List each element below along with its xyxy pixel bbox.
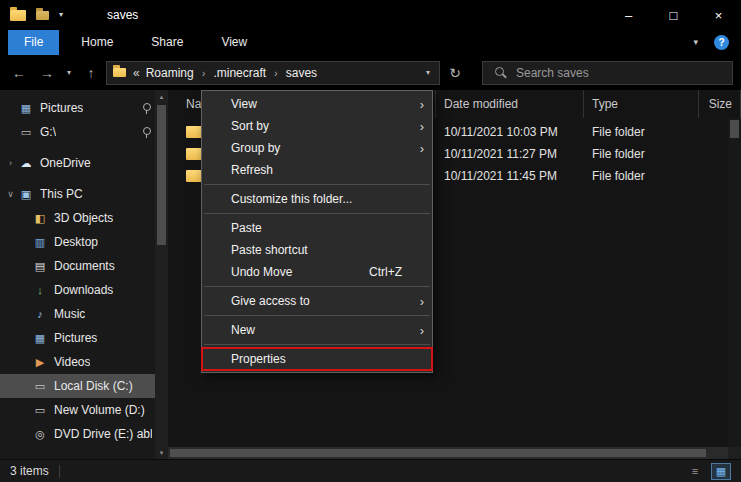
tab-home[interactable]: Home — [65, 30, 129, 55]
vertical-scrollbar[interactable] — [728, 118, 741, 447]
menu-item-undo-move[interactable]: Undo Move Ctrl+Z — [202, 261, 432, 283]
sidebar-item-label: New Volume (D:) — [54, 403, 145, 417]
breadcrumb-separator-icon[interactable]: › — [268, 67, 284, 79]
submenu-arrow-icon: › — [420, 120, 424, 133]
pin-icon — [141, 126, 152, 139]
expand-chevron-icon[interactable]: › — [4, 159, 17, 168]
file-type: File folder — [584, 125, 699, 139]
search-box[interactable]: Search saves — [482, 61, 733, 85]
address-box[interactable]: « Roaming›.minecraft›saves ▾ — [106, 61, 440, 85]
tab-share[interactable]: Share — [135, 30, 199, 55]
breadcrumb-collapsed-icon[interactable]: « — [133, 66, 140, 80]
sidebar-item-label: 3D Objects — [54, 211, 113, 225]
sidebar-item-local-disk-c[interactable]: ▭ Local Disk (C:) — [0, 374, 168, 398]
sidebar-item-pictures[interactable]: ▦ Pictures — [0, 326, 168, 350]
objects3d-icon: ◧ — [31, 213, 49, 224]
sidebar-scrollbar-thumb[interactable] — [157, 105, 166, 245]
menu-item-label: Paste — [231, 221, 262, 235]
sidebar-item-this-pc[interactable]: ∨ ▣ This PC — [0, 182, 168, 206]
file-date-modified: 10/11/2021 10:03 PM — [436, 125, 584, 139]
drive-icon: ▭ — [17, 127, 35, 138]
ribbon-expand-chevron-icon[interactable]: ▾ — [693, 38, 698, 47]
sidebar-item-new-volume-d[interactable]: ▭ New Volume (D:) — [0, 398, 168, 422]
file-date-modified: 10/11/2021 11:27 PM — [436, 147, 584, 161]
menu-item-label: New — [231, 323, 255, 337]
menu-item-paste-shortcut[interactable]: Paste shortcut — [202, 239, 432, 261]
submenu-arrow-icon: › — [420, 324, 424, 337]
sidebar-item-onedrive[interactable]: › ☁ OneDrive — [0, 151, 168, 175]
menu-item-group-by[interactable]: Group by › — [202, 137, 432, 159]
sidebar-item-dvd-drive-e-abl[interactable]: ◎ DVD Drive (E:) abl — [0, 422, 168, 446]
sidebar-item-documents[interactable]: ▤ Documents — [0, 254, 168, 278]
maximize-button[interactable]: □ — [651, 0, 696, 30]
vertical-scrollbar-thumb[interactable] — [730, 120, 739, 138]
sidebar-item-videos[interactable]: ▶ Videos — [0, 350, 168, 374]
pictures-icon: ▦ — [17, 103, 35, 114]
scrollbar-corner — [728, 447, 741, 459]
menu-item-view[interactable]: View › — [202, 93, 432, 115]
menu-item-label: Sort by — [231, 119, 269, 133]
scroll-up-icon[interactable]: ▴ — [160, 90, 164, 103]
sidebar-item-desktop[interactable]: ▥ Desktop — [0, 230, 168, 254]
address-bar: ← → ▾ ↑ « Roaming›.minecraft›saves ▾ ↻ S… — [0, 55, 741, 90]
sidebar-item-3d-objects[interactable]: ◧ 3D Objects — [0, 206, 168, 230]
horizontal-scrollbar-thumb[interactable] — [170, 449, 706, 457]
sidebar-scrollbar[interactable]: ▴ ▾ — [155, 90, 168, 459]
quick-access-chevron-icon[interactable]: ▾ — [59, 11, 63, 19]
sidebar-item-label: OneDrive — [40, 156, 91, 170]
column-header-size[interactable]: Size — [699, 90, 741, 118]
disk-icon: ▭ — [31, 381, 49, 392]
menu-item-properties[interactable]: Properties — [202, 348, 432, 370]
menu-item-paste[interactable]: Paste — [202, 217, 432, 239]
refresh-button[interactable]: ↻ — [442, 61, 468, 85]
minimize-button[interactable]: – — [606, 0, 651, 30]
sidebar-item-music[interactable]: ♪ Music — [0, 302, 168, 326]
sidebar-item-label: Desktop — [54, 235, 98, 249]
address-dropdown-icon[interactable]: ▾ — [423, 68, 433, 77]
sidebar-item-g[interactable]: ▭ G:\ — [0, 120, 168, 144]
forward-button[interactable]: → — [34, 61, 60, 85]
search-placeholder: Search saves — [516, 66, 589, 80]
help-icon[interactable]: ? — [714, 35, 729, 50]
horizontal-scrollbar[interactable] — [168, 447, 728, 459]
titlebar: ▾ saves – □ × — [0, 0, 741, 30]
sidebar-scrollbar-track[interactable] — [155, 103, 168, 446]
back-button[interactable]: ← — [6, 61, 32, 85]
breadcrumb-item-saves[interactable]: saves — [284, 66, 319, 80]
menu-item-refresh[interactable]: Refresh — [202, 159, 432, 181]
breadcrumb-item-minecraft[interactable]: .minecraft — [211, 66, 268, 80]
quick-access-folder-icon[interactable] — [36, 11, 49, 20]
sidebar-item-downloads[interactable]: ↓ Downloads — [0, 278, 168, 302]
sidebar-list: ▦ Pictures ▭ G:\ › ☁ OneDrive ∨ ▣ This P… — [0, 96, 168, 446]
recent-locations-chevron-icon[interactable]: ▾ — [62, 61, 76, 85]
menu-item-give-access-to[interactable]: Give access to › — [202, 290, 432, 312]
navigation-pane: ▦ Pictures ▭ G:\ › ☁ OneDrive ∨ ▣ This P… — [0, 90, 168, 459]
close-button[interactable]: × — [696, 0, 741, 30]
videos-icon: ▶ — [31, 357, 49, 368]
up-button[interactable]: ↑ — [78, 61, 104, 85]
breadcrumb-item-roaming[interactable]: Roaming — [144, 66, 196, 80]
scroll-down-icon[interactable]: ▾ — [160, 446, 164, 459]
sidebar-item-label: DVD Drive (E:) abl — [54, 427, 152, 441]
sidebar-item-pictures[interactable]: ▦ Pictures — [0, 96, 168, 120]
column-header-date-modified[interactable]: Date modified — [436, 90, 584, 118]
tab-view[interactable]: View — [205, 30, 263, 55]
column-header-type[interactable]: Type — [584, 90, 699, 118]
menu-item-label: Paste shortcut — [231, 243, 308, 257]
tab-file[interactable]: File — [8, 30, 59, 55]
menu-separator — [204, 315, 430, 316]
collapse-chevron-icon[interactable]: ∨ — [4, 190, 17, 199]
menu-separator — [204, 286, 430, 287]
menu-item-customize-this-folder[interactable]: Customize this folder... — [202, 188, 432, 210]
address-folder-icon — [113, 68, 126, 77]
thumbnail-view-button[interactable]: ▦ — [711, 463, 731, 480]
file-date-modified: 10/11/2021 11:45 PM — [436, 169, 584, 183]
menu-item-sort-by[interactable]: Sort by › — [202, 115, 432, 137]
sidebar-item-label: Pictures — [40, 101, 83, 115]
details-view-button[interactable]: ≡ — [685, 463, 705, 480]
breadcrumb-separator-icon[interactable]: › — [196, 67, 212, 79]
window-title: saves — [107, 8, 138, 22]
menu-item-new[interactable]: New › — [202, 319, 432, 341]
music-icon: ♪ — [31, 309, 49, 320]
explorer-window: ▾ saves – □ × FileHomeShareView ▾ ? ← → … — [0, 0, 741, 482]
